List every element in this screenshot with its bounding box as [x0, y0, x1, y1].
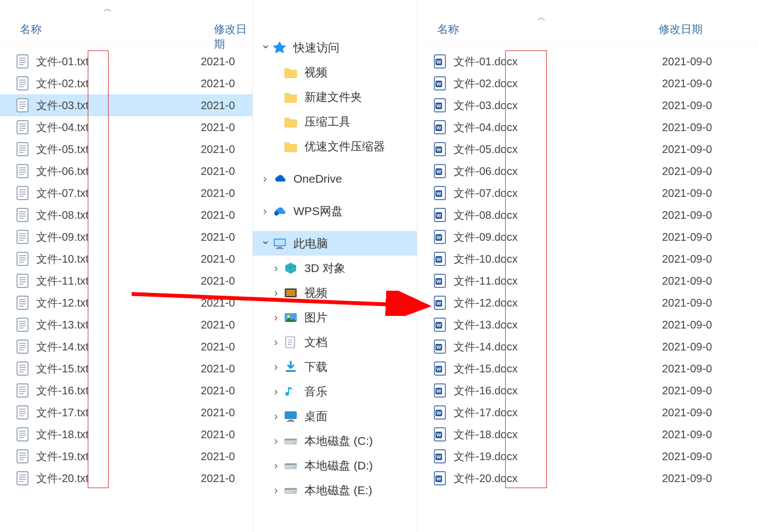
- chevron-right-icon[interactable]: [271, 360, 280, 373]
- left-column-header[interactable]: ︿ 名称 修改日期: [0, 0, 252, 42]
- file-row[interactable]: W 文件-05.docx2021-09-0: [417, 138, 758, 160]
- file-row[interactable]: W 文件-15.docx2021-09-0: [417, 358, 758, 380]
- file-row[interactable]: 文件-07.txt2021-0: [0, 182, 252, 204]
- file-row[interactable]: W 文件-06.docx2021-09-0: [417, 160, 758, 182]
- chevron-right-icon[interactable]: [271, 336, 280, 348]
- file-row[interactable]: 文件-20.txt2021-0: [0, 467, 252, 489]
- file-row[interactable]: 文件-14.txt2021-0: [0, 336, 252, 358]
- file-row[interactable]: W 文件-09.docx2021-09-0: [417, 226, 758, 248]
- file-row[interactable]: 文件-17.txt2021-0: [0, 401, 252, 423]
- file-name: 文件-12.docx: [454, 296, 662, 310]
- file-row[interactable]: 文件-06.txt2021-0: [0, 160, 252, 182]
- file-row[interactable]: 文件-03.txt2021-0: [0, 94, 252, 116]
- file-row[interactable]: W 文件-19.docx2021-09-0: [417, 445, 758, 467]
- chevron-down-icon[interactable]: [261, 41, 269, 55]
- file-row[interactable]: W 文件-01.docx2021-09-0: [417, 50, 758, 72]
- file-row[interactable]: 文件-02.txt2021-0: [0, 72, 252, 94]
- left-col-date[interactable]: 修改日期: [214, 22, 252, 52]
- file-row[interactable]: 文件-16.txt2021-0: [0, 380, 252, 401]
- chevron-right-icon[interactable]: [271, 385, 280, 398]
- tree-item[interactable]: 图片: [253, 305, 417, 330]
- svg-text:W: W: [437, 257, 442, 262]
- chevron-right-icon[interactable]: [261, 205, 269, 217]
- right-column-header[interactable]: ︿ 名称 修改日期: [417, 0, 758, 42]
- file-row[interactable]: 文件-12.txt2021-0: [0, 292, 252, 314]
- chevron-right-icon[interactable]: [271, 311, 280, 324]
- right-col-name[interactable]: 名称: [437, 22, 459, 37]
- txt-file-icon: [16, 208, 29, 222]
- file-row[interactable]: 文件-09.txt2021-0: [0, 226, 252, 248]
- tree-item-label: OneDrive: [293, 172, 342, 185]
- file-row[interactable]: 文件-04.txt2021-0: [0, 116, 252, 138]
- svg-rect-5: [17, 77, 28, 90]
- file-date: 2021-0: [201, 450, 235, 463]
- chevron-right-icon[interactable]: [271, 286, 280, 299]
- chevron-down-icon[interactable]: [261, 236, 269, 251]
- tree-item[interactable]: 音乐: [253, 379, 417, 404]
- file-row[interactable]: W 文件-08.docx2021-09-0: [417, 204, 758, 226]
- file-row[interactable]: W 文件-16.docx2021-09-0: [417, 380, 758, 401]
- file-name: 文件-09.txt: [36, 230, 201, 245]
- file-row[interactable]: W 文件-13.docx2021-09-0: [417, 314, 758, 336]
- file-row[interactable]: W 文件-02.docx2021-09-0: [417, 72, 758, 94]
- chevron-right-icon[interactable]: [271, 459, 280, 472]
- tree-item[interactable]: 优速文件压缩器: [253, 134, 417, 159]
- file-name: 文件-03.txt: [36, 98, 201, 113]
- file-date: 2021-09-0: [662, 165, 712, 178]
- file-date: 2021-09-0: [662, 55, 712, 68]
- file-row[interactable]: W 文件-14.docx2021-09-0: [417, 336, 758, 358]
- file-date: 2021-0: [201, 187, 235, 200]
- tree-item[interactable]: 本地磁盘 (D:): [253, 453, 417, 478]
- docx-file-icon: W: [434, 383, 446, 398]
- docx-file-icon: W: [434, 296, 446, 310]
- file-row[interactable]: 文件-11.txt2021-0: [0, 270, 252, 292]
- file-row[interactable]: W 文件-12.docx2021-09-0: [417, 292, 758, 314]
- svg-rect-118: [287, 421, 295, 422]
- tree-item-label: 压缩工具: [304, 114, 350, 129]
- svg-text:W: W: [437, 432, 442, 438]
- file-row[interactable]: 文件-01.txt2021-0: [0, 50, 252, 72]
- file-row[interactable]: 文件-15.txt2021-0: [0, 358, 252, 380]
- svg-rect-70: [17, 362, 28, 375]
- file-row[interactable]: 文件-13.txt2021-0: [0, 314, 252, 336]
- chevron-right-icon[interactable]: [271, 262, 280, 274]
- tree-item[interactable]: 视频: [253, 280, 417, 305]
- file-row[interactable]: 文件-08.txt2021-0: [0, 204, 252, 226]
- chevron-right-icon[interactable]: [271, 410, 280, 422]
- chevron-right-icon[interactable]: [271, 484, 280, 496]
- file-row[interactable]: 文件-18.txt2021-0: [0, 423, 252, 445]
- left-col-name[interactable]: 名称: [20, 22, 42, 37]
- chevron-right-icon[interactable]: [271, 434, 280, 447]
- tree-item-label: 本地磁盘 (D:): [304, 458, 373, 473]
- tree-item[interactable]: OneDrive: [253, 166, 417, 191]
- file-row[interactable]: W 文件-04.docx2021-09-0: [417, 116, 758, 138]
- file-row[interactable]: W 文件-07.docx2021-09-0: [417, 182, 758, 204]
- tree-item[interactable]: 桌面: [253, 404, 417, 428]
- file-date: 2021-09-0: [662, 77, 712, 90]
- tree-item[interactable]: WPS网盘: [253, 199, 417, 223]
- svg-text:W: W: [437, 235, 442, 240]
- tree-item[interactable]: 文档: [253, 330, 417, 354]
- tree-item[interactable]: 下载: [253, 354, 417, 379]
- tree-item[interactable]: 新建文件夹: [253, 84, 417, 109]
- tree-item[interactable]: 本地磁盘 (E:): [253, 478, 417, 502]
- file-row[interactable]: 文件-19.txt2021-0: [0, 445, 252, 467]
- tree-item[interactable]: 此电脑: [253, 231, 417, 256]
- tree-item[interactable]: 视频: [253, 60, 417, 84]
- chevron-right-icon[interactable]: [261, 172, 269, 185]
- file-row[interactable]: 文件-05.txt2021-0: [0, 138, 252, 160]
- tree-item[interactable]: 快速访问: [253, 35, 417, 60]
- tree-item[interactable]: 3D 对象: [253, 256, 417, 280]
- file-row[interactable]: W 文件-03.docx2021-09-0: [417, 94, 758, 116]
- file-row[interactable]: W 文件-10.docx2021-09-0: [417, 248, 758, 270]
- file-row[interactable]: W 文件-17.docx2021-09-0: [417, 401, 758, 423]
- right-col-date[interactable]: 修改日期: [659, 22, 703, 37]
- tree-item[interactable]: 本地磁盘 (C:): [253, 428, 417, 453]
- file-row[interactable]: W 文件-18.docx2021-09-0: [417, 423, 758, 445]
- right-file-list: W 文件-01.docx2021-09-0 W 文件-02.docx2021-0…: [417, 50, 758, 489]
- file-row[interactable]: W 文件-11.docx2021-09-0: [417, 270, 758, 292]
- star-icon: [273, 41, 287, 55]
- tree-item[interactable]: 压缩工具: [253, 109, 417, 134]
- file-row[interactable]: 文件-10.txt2021-0: [0, 248, 252, 270]
- file-row[interactable]: W 文件-20.docx2021-09-0: [417, 467, 758, 489]
